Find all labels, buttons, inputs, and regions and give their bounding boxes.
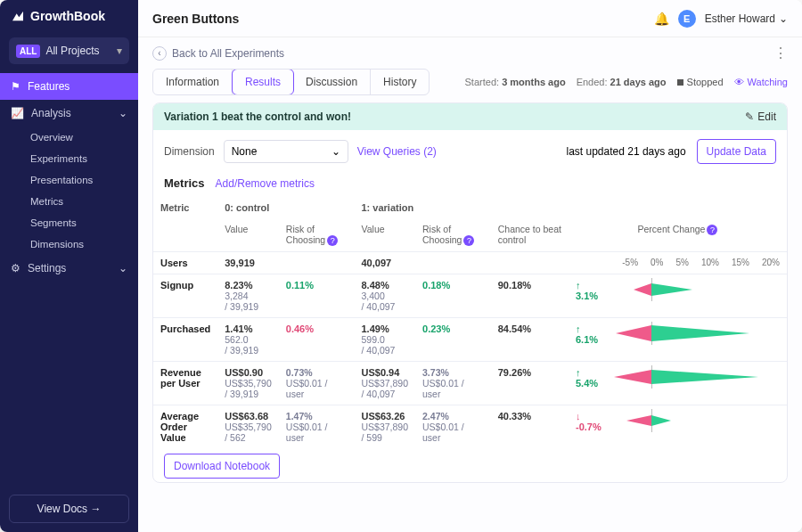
nav-metrics[interactable]: Metrics — [30, 191, 138, 212]
project-selector[interactable]: ALL All Projects ▾ — [9, 37, 129, 64]
nav-experiments[interactable]: Experiments — [30, 148, 138, 169]
chevron-down-icon: ⌄ — [779, 12, 788, 25]
view-queries-link[interactable]: View Queries (2) — [357, 145, 437, 158]
growthbook-icon — [11, 9, 25, 23]
nav-dimensions[interactable]: Dimensions — [30, 233, 138, 255]
avatar[interactable]: E — [678, 10, 696, 28]
help-icon[interactable]: ? — [327, 235, 338, 246]
results-table: Metric 0: control 1: variation Value Ris… — [153, 197, 787, 448]
more-menu[interactable]: ⋮ — [773, 45, 788, 61]
eye-icon: 👁 — [734, 77, 744, 87]
row-aov: Average Order Value US$63.68US$35,790/ 5… — [153, 405, 787, 449]
nav-overview[interactable]: Overview — [30, 127, 138, 148]
nav-presentations[interactable]: Presentations — [30, 169, 138, 191]
row-purchased: Purchased 1.41%562.0/ 39,919 0.46% 1.49%… — [153, 318, 787, 362]
user-menu[interactable]: Esther Howard ⌄ — [705, 12, 788, 25]
tab-information[interactable]: Information — [153, 70, 233, 94]
page-title: Green Buttons — [152, 12, 239, 26]
back-icon: ‹ — [152, 46, 167, 61]
status-badge: Stopped — [677, 77, 724, 87]
tab-history[interactable]: History — [371, 70, 429, 94]
metrics-heading: Metrics — [164, 176, 205, 190]
gear-icon: ⚙ — [11, 262, 20, 274]
watching-toggle[interactable]: 👁Watching — [734, 77, 788, 87]
download-notebook-button[interactable]: Download Notebook — [164, 454, 280, 479]
chart-icon: 📈 — [11, 107, 24, 119]
nav-analysis[interactable]: 📈 Analysis ⌄ — [0, 100, 138, 127]
help-icon[interactable]: ? — [463, 235, 474, 246]
nav-segments[interactable]: Segments — [30, 212, 138, 233]
add-remove-metrics-link[interactable]: Add/Remove metrics — [216, 177, 315, 190]
last-updated: last updated 21 days ago — [567, 145, 686, 158]
nav-settings[interactable]: ⚙ Settings ⌄ — [0, 255, 138, 282]
view-docs-button[interactable]: View Docs → — [9, 495, 129, 523]
tab-discussion[interactable]: Discussion — [293, 70, 371, 94]
row-users: Users 39,919 40,097 -5%0%5%10%15%20% — [153, 252, 787, 274]
row-revenue: Revenue per User US$0.90US$35,790/ 39,91… — [153, 362, 787, 405]
chevron-down-icon: ⌄ — [119, 262, 127, 274]
pencil-icon: ✎ — [745, 110, 754, 123]
tab-results[interactable]: Results — [232, 69, 294, 95]
help-icon[interactable]: ? — [707, 225, 717, 235]
tabs: Information Results Discussion History — [152, 69, 430, 95]
chevron-down-icon: ⌄ — [119, 107, 127, 119]
chevron-down-icon: ▾ — [117, 45, 122, 57]
flag-icon: ⚑ — [11, 80, 20, 93]
row-signup: Signup 8.23%3,284/ 39,919 0.11% 8.48%3,4… — [153, 274, 787, 318]
winner-banner: Variation 1 beat the control and won! ✎E… — [153, 103, 787, 130]
update-data-button[interactable]: Update Data — [697, 139, 776, 164]
edit-button[interactable]: ✎Edit — [745, 110, 776, 123]
bell-icon[interactable]: 🔔 — [654, 12, 669, 26]
breadcrumb-back[interactable]: ‹ Back to All Experiments — [152, 46, 284, 61]
dimension-label: Dimension — [164, 145, 215, 158]
stop-icon — [677, 79, 683, 86]
dimension-select[interactable]: None⌄ — [224, 140, 348, 163]
chevron-down-icon: ⌄ — [331, 145, 340, 158]
nav-features[interactable]: ⚑ Features — [0, 73, 138, 100]
brand-logo: GrowthBook — [0, 0, 138, 32]
